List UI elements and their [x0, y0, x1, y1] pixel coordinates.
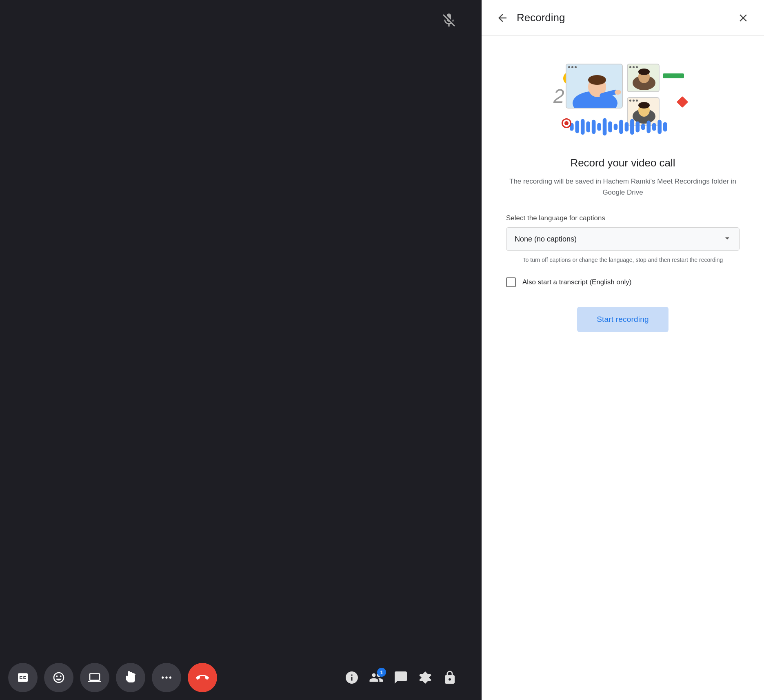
- svg-rect-26: [619, 120, 623, 134]
- bottom-toolbar: 1: [0, 655, 482, 700]
- people-badge: 1: [377, 668, 386, 677]
- people-button[interactable]: 1: [369, 670, 384, 685]
- panel-body: 2: [482, 36, 764, 700]
- wave-visualization: [557, 117, 672, 137]
- svg-rect-21: [592, 120, 596, 134]
- present-screen-button[interactable]: [80, 663, 109, 692]
- record-indicator: [562, 118, 571, 128]
- red-diamond-decoration: [677, 96, 688, 108]
- svg-rect-22: [597, 123, 601, 131]
- recording-panel: Recording 2: [482, 0, 764, 700]
- panel-back-button[interactable]: [496, 12, 509, 24]
- svg-rect-20: [586, 122, 590, 133]
- svg-point-8: [615, 90, 621, 95]
- transcript-checkbox[interactable]: [506, 277, 516, 287]
- svg-rect-18: [575, 121, 579, 133]
- sketch-decoration: 2: [553, 85, 564, 107]
- svg-point-6: [588, 75, 606, 85]
- toolbar-right: 1: [344, 670, 457, 685]
- svg-rect-33: [657, 120, 662, 134]
- svg-point-1: [165, 676, 167, 678]
- svg-rect-34: [663, 122, 667, 131]
- toolbar-left: [8, 663, 217, 692]
- raise-hand-button[interactable]: [116, 663, 145, 692]
- emoji-button[interactable]: [44, 663, 73, 692]
- svg-point-12: [638, 69, 650, 75]
- svg-rect-31: [646, 121, 651, 133]
- caption-select-wrapper: None (no captions) English (US) Spanish …: [506, 227, 740, 251]
- chat-button[interactable]: [393, 670, 408, 685]
- captions-button[interactable]: [8, 663, 38, 692]
- svg-rect-28: [630, 119, 634, 135]
- panel-header: Recording: [482, 0, 764, 36]
- recording-illustration: 2: [549, 52, 696, 142]
- svg-point-2: [169, 676, 171, 678]
- svg-rect-24: [608, 122, 612, 133]
- svg-rect-30: [641, 124, 645, 130]
- svg-point-0: [162, 676, 164, 678]
- panel-close-button[interactable]: [737, 12, 749, 24]
- transcript-row: Also start a transcript (English only): [506, 277, 740, 287]
- end-call-button[interactable]: [188, 663, 217, 692]
- mute-icon-area: [441, 12, 457, 30]
- video-area: 1: [0, 0, 482, 700]
- panel-title: Recording: [517, 11, 565, 24]
- record-description: The recording will be saved in Hachem Ra…: [506, 176, 740, 198]
- panel-header-left: Recording: [496, 11, 565, 24]
- svg-point-16: [638, 102, 650, 109]
- record-title: Record your video call: [570, 157, 675, 169]
- video-box-tr: [627, 64, 660, 92]
- green-bar-decoration: [663, 73, 684, 78]
- transcript-label: Also start a transcript (English only): [522, 278, 631, 286]
- info-button[interactable]: [344, 670, 359, 685]
- activities-button[interactable]: [418, 670, 433, 685]
- svg-rect-32: [652, 123, 656, 131]
- svg-rect-25: [614, 124, 618, 130]
- svg-rect-23: [603, 118, 607, 135]
- svg-rect-29: [636, 122, 640, 133]
- more-options-button[interactable]: [152, 663, 181, 692]
- video-box-main: [566, 64, 623, 109]
- caption-hint: To turn off captions or change the langu…: [523, 256, 723, 264]
- svg-rect-27: [625, 122, 629, 131]
- svg-rect-19: [581, 119, 585, 135]
- caption-label: Select the language for captions: [506, 214, 740, 222]
- caption-language-select[interactable]: None (no captions) English (US) Spanish …: [506, 227, 740, 251]
- microphone-off-icon: [441, 23, 457, 30]
- lock-button[interactable]: [442, 670, 457, 685]
- start-recording-button[interactable]: Start recording: [577, 307, 668, 332]
